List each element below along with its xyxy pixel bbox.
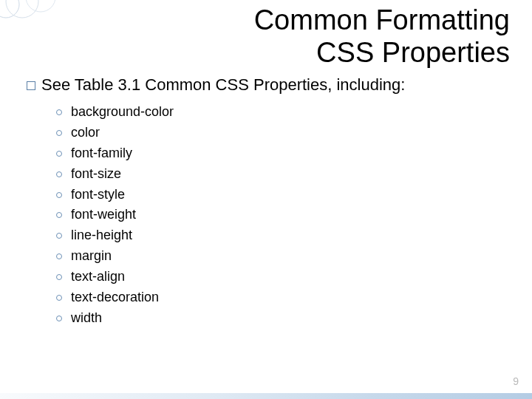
intro-text: See Table 3.1 Common CSS Properties, inc…: [41, 75, 405, 94]
corner-decoration: [0, 0, 89, 44]
list-item: background-color: [56, 102, 510, 123]
slide: Common Formatting CSS Properties See Tab…: [0, 0, 532, 399]
svg-point-1: [6, 0, 38, 18]
list-item: font-family: [56, 143, 510, 164]
list-item: width: [56, 308, 510, 329]
svg-point-0: [0, 0, 19, 18]
page-number: 9: [513, 375, 519, 387]
circle-bullet-icon: [56, 171, 62, 177]
list-item: font-weight: [56, 205, 510, 225]
slide-title: Common Formatting CSS Properties: [254, 4, 510, 69]
slide-body: See Table 3.1 Common CSS Properties, inc…: [27, 75, 510, 329]
circle-bullet-icon: [56, 274, 62, 280]
list-item: margin: [56, 246, 510, 267]
list-item: line-height: [56, 225, 510, 246]
list-item: text-decoration: [56, 287, 510, 308]
circle-bullet-icon: [56, 130, 62, 136]
circle-bullet-icon: [56, 109, 62, 115]
circle-bullet-icon: [56, 295, 62, 301]
circle-bullet-icon: [56, 212, 62, 218]
circle-bullet-icon: [56, 192, 62, 198]
property-list: background-color color font-family font-…: [56, 102, 510, 329]
intro-line: See Table 3.1 Common CSS Properties, inc…: [27, 75, 510, 95]
square-bullet-icon: [27, 81, 35, 90]
list-item: font-size: [56, 164, 510, 185]
list-item: color: [56, 123, 510, 143]
circle-bullet-icon: [56, 233, 62, 239]
list-item: text-align: [56, 267, 510, 287]
circle-bullet-icon: [56, 316, 62, 321]
circle-bullet-icon: [56, 151, 62, 157]
circle-bullet-icon: [56, 253, 62, 259]
svg-point-2: [26, 0, 55, 12]
list-item: font-style: [56, 185, 510, 205]
